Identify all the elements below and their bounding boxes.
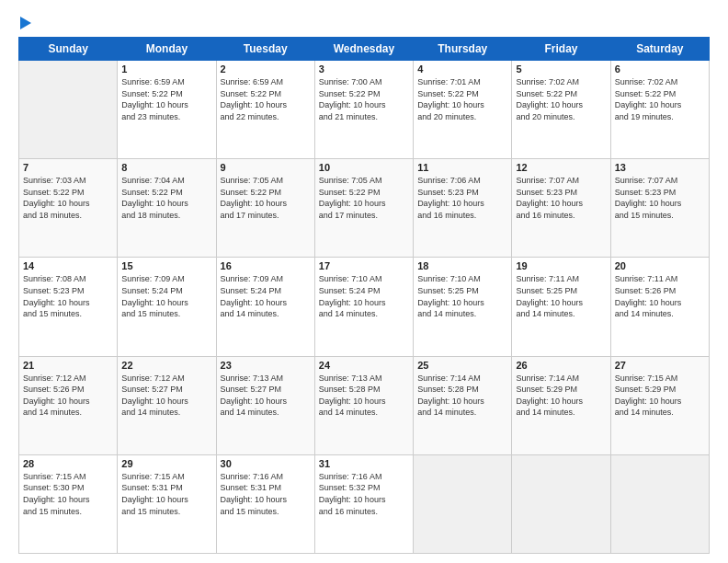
day-number: 27 (615, 360, 705, 371)
calendar-cell: 22Sunrise: 7:12 AM Sunset: 5:27 PM Dayli… (118, 356, 216, 454)
calendar-cell: 3Sunrise: 7:00 AM Sunset: 5:22 PM Daylig… (314, 61, 413, 159)
calendar-cell: 7Sunrise: 7:03 AM Sunset: 5:22 PM Daylig… (19, 159, 118, 258)
day-info: Sunrise: 7:03 AM Sunset: 5:22 PM Dayligh… (23, 175, 113, 221)
day-number: 4 (417, 63, 507, 75)
day-number: 17 (319, 260, 409, 271)
day-info: Sunrise: 7:13 AM Sunset: 5:28 PM Dayligh… (319, 373, 409, 419)
day-number: 11 (417, 162, 507, 173)
day-number: 3 (319, 63, 409, 75)
day-info: Sunrise: 7:02 AM Sunset: 5:22 PM Dayligh… (615, 76, 705, 122)
logo-arrow-icon (20, 17, 31, 29)
calendar-week-row: 7Sunrise: 7:03 AM Sunset: 5:22 PM Daylig… (19, 159, 710, 258)
day-info: Sunrise: 7:15 AM Sunset: 5:30 PM Dayligh… (23, 471, 113, 517)
day-number: 20 (615, 260, 705, 271)
calendar-cell: 16Sunrise: 7:09 AM Sunset: 5:24 PM Dayli… (216, 258, 314, 356)
calendar-cell: 18Sunrise: 7:10 AM Sunset: 5:25 PM Dayli… (414, 258, 512, 356)
calendar-header-cell: Friday (512, 38, 610, 61)
header (18, 17, 710, 28)
calendar-week-row: 1Sunrise: 6:59 AM Sunset: 5:22 PM Daylig… (19, 61, 710, 159)
calendar-cell: 13Sunrise: 7:07 AM Sunset: 5:23 PM Dayli… (610, 159, 709, 258)
day-number: 14 (23, 260, 113, 271)
day-info: Sunrise: 7:04 AM Sunset: 5:22 PM Dayligh… (121, 175, 211, 221)
day-info: Sunrise: 7:06 AM Sunset: 5:23 PM Dayligh… (417, 175, 507, 221)
calendar-cell (19, 61, 118, 159)
day-number: 18 (417, 260, 507, 271)
day-info: Sunrise: 6:59 AM Sunset: 5:22 PM Dayligh… (221, 76, 311, 122)
calendar-cell: 20Sunrise: 7:11 AM Sunset: 5:26 PM Dayli… (610, 258, 709, 356)
day-info: Sunrise: 7:14 AM Sunset: 5:29 PM Dayligh… (516, 373, 606, 419)
calendar-week-row: 21Sunrise: 7:12 AM Sunset: 5:26 PM Dayli… (19, 356, 710, 454)
calendar-cell: 26Sunrise: 7:14 AM Sunset: 5:29 PM Dayli… (512, 356, 610, 454)
day-number: 15 (121, 260, 211, 271)
day-info: Sunrise: 7:11 AM Sunset: 5:25 PM Dayligh… (516, 273, 606, 319)
day-info: Sunrise: 7:09 AM Sunset: 5:24 PM Dayligh… (121, 273, 211, 319)
calendar-header-cell: Wednesday (314, 38, 413, 61)
calendar-cell: 17Sunrise: 7:10 AM Sunset: 5:24 PM Dayli… (314, 258, 413, 356)
day-info: Sunrise: 7:16 AM Sunset: 5:32 PM Dayligh… (319, 471, 409, 517)
calendar-cell (610, 454, 709, 553)
day-number: 9 (221, 162, 311, 173)
day-info: Sunrise: 7:07 AM Sunset: 5:23 PM Dayligh… (615, 175, 705, 221)
day-number: 19 (516, 260, 606, 271)
calendar-week-row: 28Sunrise: 7:15 AM Sunset: 5:30 PM Dayli… (19, 454, 710, 553)
calendar-cell: 14Sunrise: 7:08 AM Sunset: 5:23 PM Dayli… (19, 258, 118, 356)
day-number: 8 (121, 162, 211, 173)
day-number: 21 (23, 360, 113, 371)
day-number: 5 (516, 63, 606, 75)
day-number: 1 (121, 63, 211, 75)
day-number: 25 (417, 360, 507, 371)
calendar-body: 1Sunrise: 6:59 AM Sunset: 5:22 PM Daylig… (19, 61, 710, 554)
calendar-week-row: 14Sunrise: 7:08 AM Sunset: 5:23 PM Dayli… (19, 258, 710, 356)
calendar-cell: 21Sunrise: 7:12 AM Sunset: 5:26 PM Dayli… (19, 356, 118, 454)
calendar-header-row: SundayMondayTuesdayWednesdayThursdayFrid… (19, 38, 710, 61)
day-number: 29 (121, 458, 211, 469)
calendar-cell: 23Sunrise: 7:13 AM Sunset: 5:27 PM Dayli… (216, 356, 314, 454)
day-number: 31 (319, 458, 409, 469)
day-info: Sunrise: 7:13 AM Sunset: 5:27 PM Dayligh… (221, 373, 311, 419)
day-info: Sunrise: 7:15 AM Sunset: 5:29 PM Dayligh… (615, 373, 705, 419)
calendar-header-cell: Monday (118, 38, 216, 61)
calendar-cell: 9Sunrise: 7:05 AM Sunset: 5:22 PM Daylig… (216, 159, 314, 258)
day-number: 26 (516, 360, 606, 371)
calendar-cell: 11Sunrise: 7:06 AM Sunset: 5:23 PM Dayli… (414, 159, 512, 258)
calendar-header-cell: Saturday (610, 38, 709, 61)
day-info: Sunrise: 6:59 AM Sunset: 5:22 PM Dayligh… (121, 76, 211, 122)
day-info: Sunrise: 7:15 AM Sunset: 5:31 PM Dayligh… (121, 471, 211, 517)
calendar-cell: 24Sunrise: 7:13 AM Sunset: 5:28 PM Dayli… (314, 356, 413, 454)
calendar-cell: 30Sunrise: 7:16 AM Sunset: 5:31 PM Dayli… (216, 454, 314, 553)
calendar-cell: 4Sunrise: 7:01 AM Sunset: 5:22 PM Daylig… (414, 61, 512, 159)
calendar-cell: 28Sunrise: 7:15 AM Sunset: 5:30 PM Dayli… (19, 454, 118, 553)
day-number: 12 (516, 162, 606, 173)
day-number: 2 (221, 63, 311, 75)
calendar-cell: 31Sunrise: 7:16 AM Sunset: 5:32 PM Dayli… (314, 454, 413, 553)
calendar-cell: 25Sunrise: 7:14 AM Sunset: 5:28 PM Dayli… (414, 356, 512, 454)
calendar-cell: 27Sunrise: 7:15 AM Sunset: 5:29 PM Dayli… (610, 356, 709, 454)
day-number: 28 (23, 458, 113, 469)
calendar-cell: 10Sunrise: 7:05 AM Sunset: 5:22 PM Dayli… (314, 159, 413, 258)
calendar-cell: 5Sunrise: 7:02 AM Sunset: 5:22 PM Daylig… (512, 61, 610, 159)
day-info: Sunrise: 7:16 AM Sunset: 5:31 PM Dayligh… (221, 471, 311, 517)
calendar-header-cell: Tuesday (216, 38, 314, 61)
calendar-cell: 12Sunrise: 7:07 AM Sunset: 5:23 PM Dayli… (512, 159, 610, 258)
calendar-table: SundayMondayTuesdayWednesdayThursdayFrid… (18, 37, 710, 554)
calendar-cell (512, 454, 610, 553)
day-info: Sunrise: 7:11 AM Sunset: 5:26 PM Dayligh… (615, 273, 705, 319)
day-number: 22 (121, 360, 211, 371)
calendar-header-cell: Sunday (19, 38, 118, 61)
calendar-cell (414, 454, 512, 553)
day-info: Sunrise: 7:02 AM Sunset: 5:22 PM Dayligh… (516, 76, 606, 122)
day-number: 6 (615, 63, 705, 75)
day-info: Sunrise: 7:00 AM Sunset: 5:22 PM Dayligh… (319, 76, 409, 122)
day-number: 13 (615, 162, 705, 173)
day-info: Sunrise: 7:09 AM Sunset: 5:24 PM Dayligh… (221, 273, 311, 319)
day-info: Sunrise: 7:10 AM Sunset: 5:24 PM Dayligh… (319, 273, 409, 319)
day-info: Sunrise: 7:14 AM Sunset: 5:28 PM Dayligh… (417, 373, 507, 419)
day-number: 7 (23, 162, 113, 173)
day-number: 23 (221, 360, 311, 371)
page: SundayMondayTuesdayWednesdayThursdayFrid… (0, 0, 728, 563)
day-info: Sunrise: 7:12 AM Sunset: 5:27 PM Dayligh… (121, 373, 211, 419)
calendar-cell: 8Sunrise: 7:04 AM Sunset: 5:22 PM Daylig… (118, 159, 216, 258)
calendar-cell: 15Sunrise: 7:09 AM Sunset: 5:24 PM Dayli… (118, 258, 216, 356)
day-number: 30 (221, 458, 311, 469)
day-number: 16 (221, 260, 311, 271)
